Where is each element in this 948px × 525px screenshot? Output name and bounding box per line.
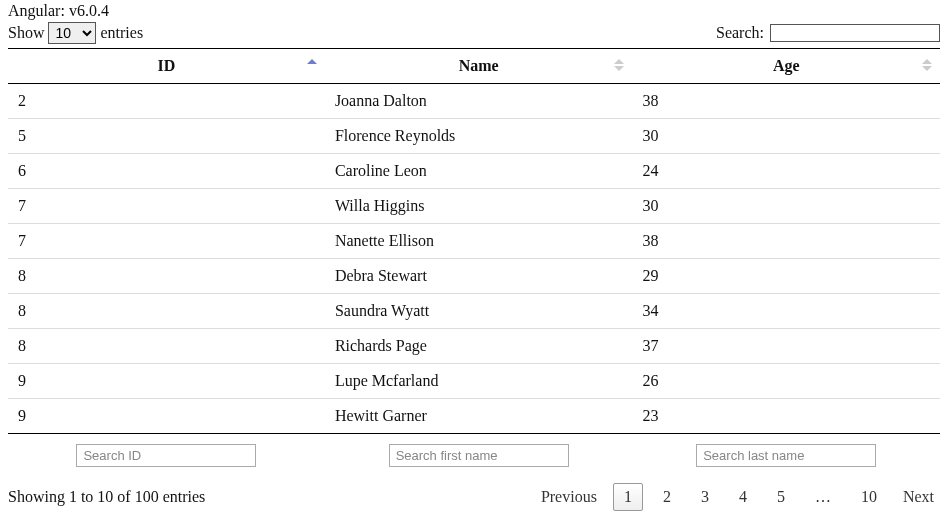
column-header-id[interactable]: ID	[8, 49, 325, 84]
cell-name: Saundra Wyatt	[325, 294, 633, 329]
cell-id: 2	[8, 84, 325, 119]
cell-name: Caroline Leon	[325, 154, 633, 189]
filter-id-input[interactable]	[76, 444, 256, 467]
pagination-previous[interactable]: Previous	[535, 484, 603, 510]
column-header-id-label: ID	[158, 57, 176, 74]
cell-id: 8	[8, 329, 325, 364]
column-header-age-label: Age	[773, 57, 800, 74]
filter-first-name-input[interactable]	[389, 444, 569, 467]
pagination-ellipsis: …	[805, 484, 841, 510]
cell-name: Florence Reynolds	[325, 119, 633, 154]
pagination: Previous12345…10Next	[535, 483, 940, 511]
table-row: 8Debra Stewart29	[8, 259, 940, 294]
pagination-page[interactable]: 4	[729, 484, 757, 510]
pagination-page[interactable]: 2	[653, 484, 681, 510]
cell-age: 37	[632, 329, 940, 364]
cell-id: 9	[8, 364, 325, 399]
table-row: 9Hewitt Garner23	[8, 399, 940, 434]
cell-name: Lupe Mcfarland	[325, 364, 633, 399]
search-input[interactable]	[770, 24, 940, 42]
length-select[interactable]: 102550100	[48, 22, 96, 44]
cell-name: Nanette Ellison	[325, 224, 633, 259]
pagination-page[interactable]: 1	[613, 483, 643, 511]
table-row: 7Nanette Ellison38	[8, 224, 940, 259]
cell-id: 8	[8, 259, 325, 294]
cell-age: 38	[632, 84, 940, 119]
cell-age: 38	[632, 224, 940, 259]
cell-age: 30	[632, 119, 940, 154]
cell-name: Richards Page	[325, 329, 633, 364]
cell-age: 26	[632, 364, 940, 399]
table-row: 6Caroline Leon24	[8, 154, 940, 189]
table-row: 8Richards Page37	[8, 329, 940, 364]
search-label: Search:	[716, 24, 764, 42]
filter-last-name-input[interactable]	[696, 444, 876, 467]
column-header-name-label: Name	[459, 57, 499, 74]
sort-icon	[922, 59, 932, 73]
cell-age: 23	[632, 399, 940, 434]
sort-icon	[614, 59, 624, 73]
sort-icon	[307, 59, 317, 73]
column-header-age[interactable]: Age	[632, 49, 940, 84]
pagination-page[interactable]: 3	[691, 484, 719, 510]
pagination-page[interactable]: 5	[767, 484, 795, 510]
length-control: Show 102550100 entries	[8, 22, 143, 44]
version-label: Angular: v6.0.4	[8, 2, 940, 20]
cell-id: 7	[8, 224, 325, 259]
cell-id: 5	[8, 119, 325, 154]
cell-age: 29	[632, 259, 940, 294]
table-row: 2Joanna Dalton38	[8, 84, 940, 119]
cell-name: Debra Stewart	[325, 259, 633, 294]
table-info: Showing 1 to 10 of 100 entries	[8, 488, 205, 506]
cell-id: 9	[8, 399, 325, 434]
pagination-next[interactable]: Next	[897, 484, 940, 510]
table-row: 9Lupe Mcfarland26	[8, 364, 940, 399]
cell-id: 7	[8, 189, 325, 224]
length-prefix: Show	[8, 24, 44, 42]
table-row: 5Florence Reynolds30	[8, 119, 940, 154]
cell-age: 24	[632, 154, 940, 189]
cell-name: Hewitt Garner	[325, 399, 633, 434]
data-table: ID Name Age 2Joanna Dalton385Florence Re…	[8, 48, 940, 467]
table-row: 8Saundra Wyatt34	[8, 294, 940, 329]
column-header-name[interactable]: Name	[325, 49, 633, 84]
cell-id: 6	[8, 154, 325, 189]
cell-age: 30	[632, 189, 940, 224]
cell-id: 8	[8, 294, 325, 329]
cell-age: 34	[632, 294, 940, 329]
pagination-page[interactable]: 10	[851, 484, 887, 510]
cell-name: Willa Higgins	[325, 189, 633, 224]
table-row: 7Willa Higgins30	[8, 189, 940, 224]
length-suffix: entries	[100, 24, 143, 42]
global-search: Search:	[716, 24, 940, 42]
cell-name: Joanna Dalton	[325, 84, 633, 119]
